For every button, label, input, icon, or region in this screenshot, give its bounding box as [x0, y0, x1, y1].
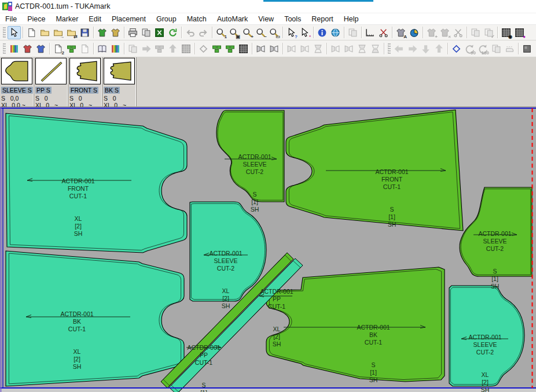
- piece-thumbnail-bk[interactable]: [104, 58, 135, 84]
- palette-piece-label[interactable]: BK S: [104, 87, 120, 94]
- save-marker-as-button[interactable]: ⇄: [65, 26, 78, 39]
- move-right-button[interactable]: [406, 42, 419, 56]
- move-left-button[interactable]: [392, 42, 406, 56]
- marker-canvas[interactable]: ACTDR-001FRONTCUT-1 XL[2]SH ACTDR-001SLE…: [0, 107, 536, 392]
- toolbar-drag-handle[interactable]: [3, 43, 6, 54]
- marker-properties-button[interactable]: [329, 26, 342, 39]
- piece-sleeve-s-top[interactable]: [216, 110, 284, 202]
- palette-piece-label[interactable]: PP S: [35, 87, 52, 94]
- menu-report[interactable]: Report: [306, 14, 339, 24]
- palette-cell-sleeve[interactable]: SLEEVE S S 0,0 XL 0,0 ~: [0, 57, 34, 106]
- measure-cut-button[interactable]: [377, 26, 390, 39]
- zoom-all-button[interactable]: ▣: [227, 26, 241, 39]
- tilt-piece-button[interactable]: [450, 42, 463, 56]
- overlap-check-button[interactable]: [520, 42, 534, 56]
- measure-ruler-button[interactable]: [364, 26, 377, 39]
- marker-grid-info-button[interactable]: ●: [513, 26, 526, 39]
- copy-layout-button[interactable]: ✓: [482, 26, 495, 39]
- move-piece-right-button[interactable]: [139, 42, 153, 56]
- palette-piece-label[interactable]: FRONT S: [69, 87, 98, 94]
- scatter-pieces-button[interactable]: [153, 42, 166, 56]
- piece-sleeve-xl-bottom-right[interactable]: [449, 286, 524, 386]
- pointer-options-button[interactable]: *: [298, 26, 311, 39]
- palette-piece-label[interactable]: SLEEVE S: [1, 87, 33, 94]
- placement-info-button[interactable]: [346, 26, 359, 39]
- nudge-piece-button[interactable]: [166, 42, 179, 56]
- palette-cell-front[interactable]: FRONT S S 0 XL 0 ~: [68, 57, 102, 106]
- fabric-stripes-button[interactable]: [109, 42, 122, 56]
- piece-bk-s[interactable]: [266, 267, 445, 382]
- zoom-actual-button[interactable]: 1: [214, 26, 227, 39]
- fabric-book-button[interactable]: [96, 42, 109, 56]
- marker-strip-view-button[interactable]: [8, 42, 21, 56]
- palette-cell-pp[interactable]: PP S S 0 XL 0 ~: [34, 57, 68, 106]
- toolbar-drag-handle[interactable]: [3, 27, 6, 38]
- open-marker-button[interactable]: [38, 26, 52, 39]
- verify-piece-button[interactable]: [21, 42, 34, 56]
- compare-layouts-button[interactable]: [469, 26, 482, 39]
- piece-matrix-button[interactable]: [179, 42, 193, 56]
- menu-group[interactable]: Group: [151, 14, 182, 24]
- add-piece-to-marker-button[interactable]: [96, 26, 109, 39]
- piece-thumbnail-sleeve[interactable]: [1, 58, 32, 84]
- flip-left-left-button[interactable]: [329, 42, 342, 56]
- notes-button[interactable]: 2: [52, 42, 65, 56]
- page-info-button[interactable]: [78, 42, 91, 56]
- print-preview-button[interactable]: [139, 26, 153, 39]
- select-tool-button[interactable]: [8, 26, 21, 39]
- find-piece-button[interactable]: A: [394, 26, 407, 39]
- remove-piece-from-marker-button[interactable]: [109, 26, 122, 39]
- menu-piece[interactable]: Piece: [22, 14, 50, 24]
- rotate-90-button[interactable]: 90: [463, 42, 476, 56]
- redo-button[interactable]: [197, 26, 210, 39]
- zoom-window-button[interactable]: ▭: [267, 26, 281, 39]
- add-size-button[interactable]: +: [425, 26, 438, 39]
- menu-marker[interactable]: Marker: [50, 14, 83, 24]
- piece-shape-b-button[interactable]: [267, 42, 281, 56]
- bump-piece-button[interactable]: [223, 42, 237, 56]
- refresh-marker-button[interactable]: [166, 26, 179, 39]
- rotate-180-button[interactable]: 180: [476, 42, 490, 56]
- menu-tools[interactable]: Tools: [279, 14, 306, 24]
- split-piece-button[interactable]: [451, 26, 465, 39]
- menu-placement[interactable]: Placement: [107, 14, 151, 24]
- move-up-button[interactable]: [432, 42, 446, 56]
- unfold-piece-button[interactable]: [490, 42, 503, 56]
- menu-file[interactable]: File: [0, 14, 22, 24]
- free-tilt-button[interactable]: [197, 42, 210, 56]
- save-marker-button[interactable]: [78, 26, 91, 39]
- piece-front-xl[interactable]: [6, 113, 187, 253]
- flip-pair-a-button[interactable]: [285, 42, 298, 56]
- zoom-out-button[interactable]: −: [254, 26, 267, 39]
- menu-view[interactable]: View: [253, 14, 279, 24]
- marker-grid-view-button[interactable]: ◉: [500, 26, 513, 39]
- piece-sleeve-s-right[interactable]: [460, 187, 532, 276]
- menu-edit[interactable]: Edit: [83, 14, 107, 24]
- palette-cell-bk[interactable]: BK S S 0 XL 0 ~: [102, 57, 137, 106]
- flip-pair-b-button[interactable]: [298, 42, 311, 56]
- menu-automark[interactable]: AutoMark: [212, 14, 254, 24]
- fold-piece-button[interactable]: [503, 42, 516, 56]
- flip-piece-tool-button[interactable]: [34, 42, 47, 56]
- flip-down-button[interactable]: [369, 42, 382, 56]
- zoom-in-button[interactable]: +: [241, 26, 254, 39]
- export-excel-button[interactable]: [153, 26, 166, 39]
- slide-piece-button[interactable]: [210, 42, 223, 56]
- toolbar-drag-handle[interactable]: [388, 43, 391, 54]
- menu-help[interactable]: Help: [339, 14, 364, 24]
- marker-info-button[interactable]: [315, 26, 329, 39]
- menu-match[interactable]: Match: [182, 14, 212, 24]
- print-marker-button[interactable]: [126, 26, 139, 39]
- new-marker-button[interactable]: [25, 26, 38, 39]
- piece-thumbnail-pp[interactable]: [35, 58, 67, 84]
- what-is-pointer-button[interactable]: ?: [285, 26, 298, 39]
- delete-size-button[interactable]: ×: [438, 26, 451, 39]
- select-region-button[interactable]: [126, 42, 139, 56]
- undo-button[interactable]: [183, 26, 197, 39]
- open-model-button[interactable]: →: [52, 26, 65, 39]
- move-down-button[interactable]: [419, 42, 432, 56]
- flip-pair-c-button[interactable]: [311, 42, 325, 56]
- piece-bk-xl[interactable]: [6, 251, 184, 386]
- piece-blocks-button[interactable]: [65, 42, 78, 56]
- piece-thumbnail-front[interactable]: [69, 58, 101, 84]
